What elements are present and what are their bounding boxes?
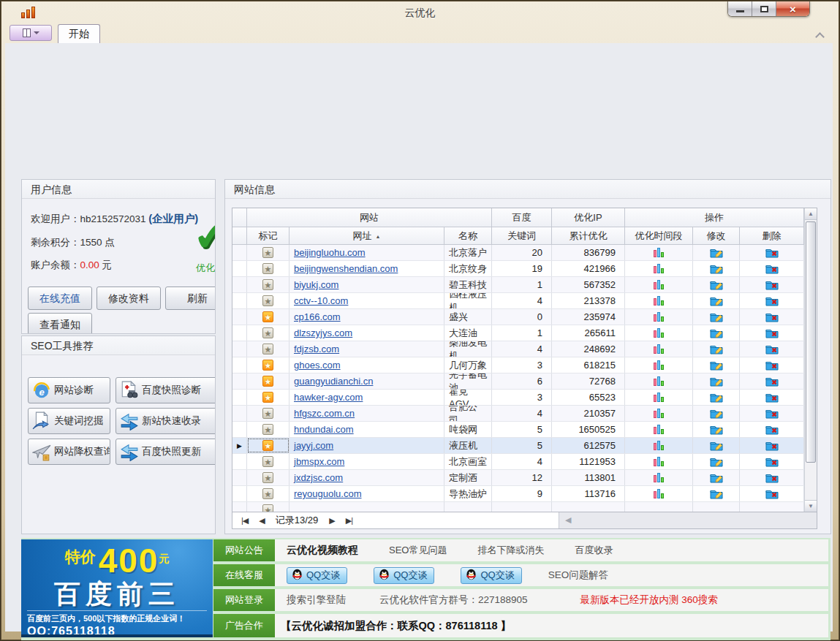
delete-icon[interactable]: [765, 279, 779, 290]
edit-icon[interactable]: [710, 424, 723, 435]
bar-chart-icon[interactable]: [654, 264, 664, 273]
table-row[interactable]: ★hndundai.com吨袋网51650525: [232, 422, 804, 438]
star-icon[interactable]: ★: [262, 263, 273, 274]
delete-icon[interactable]: [765, 392, 779, 403]
edit-icon[interactable]: [710, 472, 723, 483]
scroll-up-icon[interactable]: ▲: [805, 208, 817, 220]
edit-icon[interactable]: [710, 440, 723, 451]
column-header[interactable]: 名称: [444, 227, 492, 245]
seo-tool-button[interactable]: 新站快速收录: [116, 408, 216, 434]
bar-chart-icon[interactable]: [654, 489, 664, 498]
table-row[interactable]: ★cp166.com盛兴0235974: [232, 309, 804, 325]
delete-icon[interactable]: [765, 456, 779, 467]
delete-icon[interactable]: [765, 408, 779, 419]
scrollbar-thumb[interactable]: [806, 221, 816, 463]
user-button-2[interactable]: 刷新: [165, 287, 216, 310]
announcement-link[interactable]: 排名下降或消失: [477, 544, 544, 557]
hscroll-left-icon[interactable]: ◀: [565, 515, 571, 525]
bar-chart-icon[interactable]: [654, 441, 664, 450]
seo-tool-button[interactable]: 关键词挖掘: [28, 408, 110, 434]
column-header[interactable]: 关键词: [492, 227, 552, 245]
bar-chart-icon[interactable]: [654, 296, 664, 306]
seo-tool-button[interactable]: 百度快照更新: [116, 439, 216, 465]
star-icon[interactable]: ★: [262, 295, 273, 306]
star-icon[interactable]: ★: [262, 440, 273, 451]
maximize-button[interactable]: [752, 1, 776, 16]
bar-chart-icon[interactable]: [654, 376, 664, 386]
bar-chart-icon[interactable]: [654, 248, 664, 257]
column-header[interactable]: 网址▲: [290, 227, 444, 245]
qq-chat-button[interactable]: QQ交谈: [287, 567, 347, 584]
column-header[interactable]: 累计优化: [552, 227, 625, 245]
bar-chart-icon[interactable]: [654, 360, 664, 370]
tab-start[interactable]: 开始: [58, 24, 100, 43]
column-header[interactable]: 修改: [693, 227, 740, 245]
site-url-link[interactable]: biyukj.com: [290, 279, 338, 290]
star-icon[interactable]: ★: [262, 327, 273, 338]
star-icon[interactable]: ★: [262, 472, 273, 483]
table-row[interactable]: ★beijingluohu.com北京落户20836799: [232, 245, 804, 261]
announcement-link[interactable]: 百度收录: [575, 544, 613, 557]
table-row[interactable]: ★cctv--10.com四柱液压机4213378: [232, 293, 804, 309]
close-button[interactable]: ×: [776, 1, 809, 16]
delete-icon[interactable]: [765, 247, 779, 258]
edit-icon[interactable]: [710, 279, 723, 290]
table-row[interactable]: ★hawker-agv.com霍克AGV...365523: [232, 390, 804, 406]
bar-chart-icon[interactable]: [654, 280, 664, 289]
site-url-link[interactable]: cctv--10.com: [290, 295, 348, 306]
table-row[interactable]: ★dlzszyjys.com大连油1265611: [232, 325, 804, 341]
edit-icon[interactable]: [710, 360, 723, 371]
edit-icon[interactable]: [710, 376, 723, 387]
star-icon[interactable]: ★: [262, 488, 273, 499]
star-icon[interactable]: ★: [262, 456, 273, 467]
site-url-link[interactable]: jayyj.com: [290, 440, 333, 451]
ad-banner[interactable]: 特价400元 百度前三 百度前三页内，500以下指数的正规企业词！ QQ:765…: [21, 539, 213, 637]
user-button-0[interactable]: 在线充值: [28, 287, 92, 310]
seo-tool-button[interactable]: 网站降权查询: [28, 439, 110, 465]
table-row[interactable]: ★ghoes.com几何万象3618215: [232, 357, 804, 373]
app-menu-button[interactable]: [10, 25, 52, 41]
edit-icon[interactable]: [710, 247, 723, 258]
table-row[interactable]: ★guangyudianchi.cn光宇蓄电池672768: [232, 373, 804, 390]
edit-icon[interactable]: [710, 327, 723, 338]
star-icon[interactable]: ★: [262, 504, 273, 512]
pager-last-icon[interactable]: ▶|: [346, 516, 352, 526]
delete-icon[interactable]: [765, 472, 779, 483]
site-url-link[interactable]: reyouguolu.com: [290, 488, 362, 499]
table-row[interactable]: ★beijingwenshendian.com北京纹身19421966: [232, 261, 804, 277]
delete-icon[interactable]: [765, 295, 779, 306]
table-row[interactable]: ★hfgszc.com.cn合肥公司...4210357: [232, 406, 804, 422]
site-url-link[interactable]: cp166.com: [290, 311, 341, 322]
qq-chat-button[interactable]: QQ交谈: [461, 567, 521, 584]
site-url-link[interactable]: beijingluohu.com: [290, 247, 366, 258]
star-icon[interactable]: ★: [262, 360, 273, 371]
edit-icon[interactable]: [710, 488, 723, 499]
column-header[interactable]: [232, 227, 247, 245]
site-url-link[interactable]: beijingwenshendian.com: [290, 263, 398, 274]
delete-icon[interactable]: [765, 311, 779, 322]
edit-icon[interactable]: [710, 408, 723, 419]
edit-icon[interactable]: [710, 295, 723, 306]
user-button-3[interactable]: 查看通知: [28, 313, 92, 334]
bar-chart-icon[interactable]: [654, 409, 664, 418]
edit-icon[interactable]: [710, 311, 723, 322]
column-header[interactable]: 标记: [247, 227, 290, 245]
star-icon[interactable]: ★: [262, 311, 273, 322]
table-row[interactable]: ★jbmspx.com北京画室41121953: [232, 454, 804, 470]
announcement-link[interactable]: SEO常见问题: [389, 544, 447, 557]
seo-tool-button[interactable]: 百度快照诊断: [116, 377, 216, 403]
star-icon[interactable]: ★: [262, 424, 273, 435]
site-url-link[interactable]: hawker-agv.com: [290, 392, 363, 403]
delete-icon[interactable]: [765, 488, 779, 499]
bar-chart-icon[interactable]: [654, 344, 664, 354]
star-icon[interactable]: ★: [262, 344, 273, 354]
delete-icon[interactable]: [765, 327, 779, 338]
table-row[interactable]: ★biyukj.com碧玉科技1567352: [232, 277, 804, 293]
site-url-link[interactable]: guangyudianchi.cn: [290, 376, 373, 387]
edit-icon[interactable]: [710, 456, 723, 467]
bar-chart-icon[interactable]: [654, 392, 664, 402]
delete-icon[interactable]: [765, 424, 779, 435]
bar-chart-icon[interactable]: [654, 328, 664, 338]
scroll-down-icon[interactable]: ▼: [805, 500, 817, 512]
seo-tool-button[interactable]: e网站诊断: [28, 377, 110, 403]
